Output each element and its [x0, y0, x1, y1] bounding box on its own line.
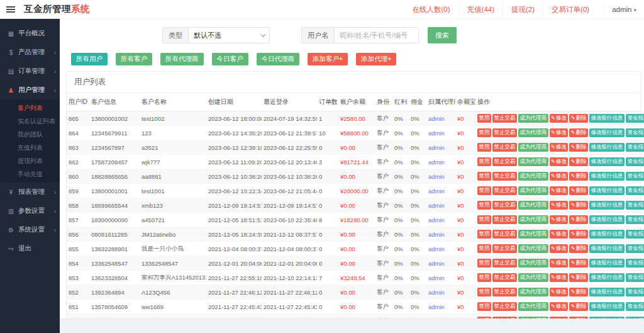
- disable-button[interactable]: 禁用: [477, 186, 491, 195]
- ban-trade-button[interactable]: 禁止交易: [492, 230, 517, 239]
- agent-link[interactable]: admin: [428, 130, 445, 137]
- fund-report-button[interactable]: 资金报表: [626, 215, 644, 224]
- ban-trade-button[interactable]: 禁止交易: [492, 273, 517, 282]
- fund-report-button[interactable]: 资金报表: [626, 143, 644, 152]
- sidebar-subitem-recharge-list[interactable]: 充值列表: [0, 141, 60, 154]
- sidebar-subitem-withdraw-list[interactable]: 提现列表: [0, 154, 60, 167]
- make-agent-button[interactable]: 成为代理商: [518, 201, 548, 210]
- sidebar-subitem-customer-list[interactable]: 客户列表: [0, 101, 60, 115]
- ban-trade-button[interactable]: 禁止交易: [492, 143, 517, 152]
- fund-report-button[interactable]: 资金报表: [626, 186, 644, 195]
- fund-report-button[interactable]: 资金报表: [626, 172, 644, 181]
- edit-bank-button[interactable]: 修改银行信息: [589, 288, 625, 296]
- sidebar-item-users[interactable]: ♟用户管理›: [0, 81, 60, 99]
- disable-button[interactable]: 禁用: [477, 143, 491, 152]
- add-agent-button[interactable]: 添加代理+: [356, 53, 396, 65]
- disable-button[interactable]: 禁用: [477, 172, 491, 181]
- header-link-3[interactable]: 交易订单(0): [543, 0, 597, 19]
- delete-button[interactable]: ✎删除: [569, 244, 588, 253]
- sidebar-item-params[interactable]: ▥参数设置›: [0, 201, 60, 220]
- agent-link[interactable]: admin: [428, 173, 445, 180]
- edit-bank-button[interactable]: 修改银行信息: [589, 230, 625, 239]
- ban-trade-button[interactable]: 禁止交易: [492, 215, 517, 224]
- delete-button[interactable]: ✎删除: [569, 288, 588, 296]
- username-input[interactable]: [335, 28, 418, 43]
- admin-dropdown[interactable]: admin▾: [604, 6, 636, 13]
- edit-button[interactable]: ✎修改: [550, 259, 569, 268]
- make-agent-button[interactable]: 成为代理商: [518, 302, 548, 311]
- agent-link[interactable]: admin: [428, 144, 445, 151]
- make-agent-button[interactable]: 成为代理商: [518, 186, 548, 195]
- edit-button[interactable]: ✎修改: [550, 201, 569, 210]
- all-agents-button[interactable]: 所有代理商: [160, 53, 204, 65]
- delete-button[interactable]: ✎删除: [569, 172, 588, 181]
- make-agent-button[interactable]: 成为代理商: [518, 273, 548, 282]
- fund-report-button[interactable]: 资金报表: [626, 201, 644, 210]
- agent-link[interactable]: admin: [428, 231, 445, 238]
- edit-button[interactable]: ✎修改: [550, 186, 569, 195]
- type-select[interactable]: 默认不选: [189, 28, 269, 43]
- agent-link[interactable]: admin: [428, 159, 445, 166]
- edit-button[interactable]: ✎修改: [550, 230, 569, 239]
- disable-button[interactable]: 禁用: [477, 157, 491, 166]
- ban-trade-button[interactable]: 禁止交易: [492, 302, 517, 311]
- edit-bank-button[interactable]: 修改银行信息: [589, 143, 625, 152]
- agent-link[interactable]: admin: [428, 188, 445, 195]
- delete-button[interactable]: ✎删除: [569, 128, 588, 137]
- sidebar-subitem-my-team[interactable]: 我的团队: [0, 128, 60, 141]
- menu-toggle-icon[interactable]: [6, 5, 15, 14]
- edit-button[interactable]: ✎修改: [550, 143, 569, 152]
- edit-bank-button[interactable]: 修改银行信息: [589, 201, 625, 210]
- ban-trade-button[interactable]: 禁止交易: [492, 259, 517, 268]
- disable-button[interactable]: 禁用: [477, 230, 491, 239]
- delete-button[interactable]: ✎删除: [569, 273, 588, 282]
- disable-button[interactable]: 禁用: [477, 259, 491, 268]
- make-agent-button[interactable]: 成为代理商: [518, 143, 548, 152]
- edit-button[interactable]: ✎修改: [550, 302, 569, 311]
- delete-button[interactable]: ✎删除: [569, 157, 588, 166]
- make-agent-button[interactable]: 成为代理商: [518, 128, 548, 137]
- today-customers-button[interactable]: 今日客户: [212, 53, 248, 65]
- search-button[interactable]: 搜索: [428, 27, 457, 43]
- sidebar-subitem-realname-list[interactable]: 实名认证列表: [0, 115, 60, 128]
- make-agent-button[interactable]: 成为代理商: [518, 288, 548, 296]
- fund-report-button[interactable]: 资金报表: [626, 259, 644, 268]
- ban-trade-button[interactable]: 禁止交易: [492, 128, 517, 137]
- agent-link[interactable]: admin: [428, 202, 445, 209]
- disable-button[interactable]: 禁用: [477, 302, 491, 311]
- edit-bank-button[interactable]: 修改银行信息: [589, 128, 625, 137]
- ban-trade-button[interactable]: 禁止交易: [492, 186, 517, 195]
- disable-button[interactable]: 禁用: [477, 114, 491, 123]
- edit-bank-button[interactable]: 修改银行信息: [589, 273, 625, 282]
- fund-report-button[interactable]: 资金报表: [626, 302, 644, 311]
- make-agent-button[interactable]: 成为代理商: [518, 172, 548, 181]
- header-link-0[interactable]: 在线人数(0): [404, 0, 458, 19]
- fund-report-button[interactable]: 资金报表: [626, 288, 644, 296]
- edit-button[interactable]: ✎修改: [550, 215, 569, 224]
- add-customer-button[interactable]: 添加客户+: [308, 53, 348, 65]
- agent-link[interactable]: admin: [428, 260, 445, 267]
- ban-trade-button[interactable]: 禁止交易: [492, 244, 517, 253]
- fund-report-button[interactable]: 资金报表: [626, 157, 644, 166]
- edit-bank-button[interactable]: 修改银行信息: [589, 172, 625, 181]
- delete-button[interactable]: ✎删除: [569, 201, 588, 210]
- fund-report-button[interactable]: 资金报表: [626, 114, 644, 123]
- edit-button[interactable]: ✎修改: [550, 114, 569, 123]
- ban-trade-button[interactable]: 禁止交易: [492, 288, 517, 296]
- sidebar-item-reports[interactable]: ¥报表管理›: [0, 183, 60, 201]
- ban-trade-button[interactable]: 禁止交易: [492, 114, 517, 123]
- disable-button[interactable]: 禁用: [477, 128, 491, 137]
- ban-trade-button[interactable]: 禁止交易: [492, 172, 517, 181]
- disable-button[interactable]: 禁用: [477, 273, 491, 282]
- all-users-button[interactable]: 所有用户: [71, 53, 108, 65]
- fund-report-button[interactable]: 资金报表: [626, 273, 644, 282]
- make-agent-button[interactable]: 成为代理商: [518, 157, 548, 166]
- delete-button[interactable]: ✎删除: [569, 143, 588, 152]
- sidebar-item-products[interactable]: $产品管理›: [0, 43, 60, 62]
- make-agent-button[interactable]: 成为代理商: [518, 259, 548, 268]
- agent-link[interactable]: admin: [428, 303, 445, 310]
- sidebar-subitem-manual-recharge[interactable]: 手动充值: [0, 167, 60, 181]
- delete-button[interactable]: ✎删除: [569, 259, 588, 268]
- disable-button[interactable]: 禁用: [477, 201, 491, 210]
- disable-button[interactable]: 禁用: [477, 288, 491, 296]
